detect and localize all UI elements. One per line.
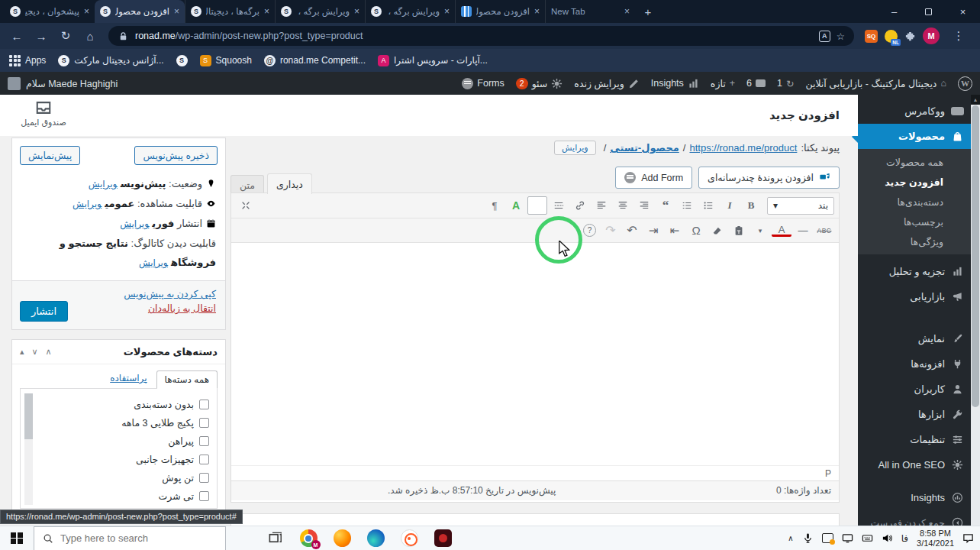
sidebar-item-appearance[interactable]: نمایش [858,326,971,351]
browser-menu-icon[interactable]: ⋮ [948,25,969,47]
analysis-a-button[interactable]: A [506,196,526,215]
tab-most-used[interactable]: پراستفاده [110,373,147,388]
submenu-attributes[interactable]: ویژگی‌ها [858,231,971,251]
tab-close-icon[interactable]: × [444,6,450,17]
sidebar-item-marketing[interactable]: بازاریابی [858,284,971,309]
bookmark-aparat[interactable]: Aآپارات - سرویس اشترا... [378,55,488,66]
category-checkbox[interactable] [199,491,209,501]
forms-menu[interactable]: Forms [462,78,504,89]
forward-button[interactable]: → [31,25,52,47]
tab-close-icon[interactable]: × [264,6,269,17]
tab-text-mode[interactable]: متن [230,175,264,194]
reload-button[interactable]: ↻ [55,25,76,47]
page-scrollbar[interactable]: ▲ [971,95,980,526]
submenu-tags[interactable]: برچسب‌ها [858,212,971,231]
outdent-button[interactable]: ⇤ [665,222,685,240]
notification-app-icon[interactable] [822,533,833,543]
email-inbox-widget[interactable]: صندوق ایمیل [15,99,72,128]
bullet-list-button[interactable] [698,196,718,215]
toggle-down-icon[interactable]: ∨ [32,347,38,357]
site-name-menu[interactable]: ⌂دیجیتال مارکتینگ - بازاریابی آنلاین [805,78,946,89]
sidebar-item-tools[interactable]: ابزارها [858,402,971,427]
sidebar-item-users[interactable]: کاربران [858,377,971,402]
category-item[interactable]: تن پوش [40,468,209,487]
special-character-button[interactable]: Ω [686,222,706,240]
action-center-icon[interactable] [962,532,974,544]
comments-menu[interactable]: 6 [746,78,766,89]
updates-menu[interactable]: ↻1 [777,78,794,89]
browser-tab[interactable]: Sویرایش برگه ، دیج× [365,0,455,23]
edit-visibility-link[interactable]: ویرایش [73,199,102,209]
browser-tab-active[interactable]: Sافزودن محصول جد× [95,0,185,23]
tab-close-icon[interactable]: × [624,6,630,17]
sidebar-item-insights[interactable]: Insights [858,485,971,510]
align-center-button[interactable] [613,196,633,215]
sidebar-item-settings[interactable]: تنظیمات [858,427,971,452]
bookmark-agency[interactable]: Sآژانس دیجیتال مارکت... [58,55,163,66]
paragraph-format-dropdown[interactable]: بند▾ [767,197,834,215]
tab-visual-mode[interactable]: دیداری [267,173,312,194]
home-button[interactable]: ⌂ [79,25,101,47]
task-view-button[interactable] [258,526,292,550]
tray-chevron-icon[interactable]: ∧ [788,534,793,542]
align-left-button[interactable] [592,196,611,215]
sq-extension-icon[interactable]: SQ [865,30,878,43]
recorder-app-icon[interactable] [392,526,426,550]
tab-close-icon[interactable]: × [174,6,179,17]
admin-bar-account[interactable]: سلام Maede Haghighi [0,77,125,90]
microphone-icon[interactable] [802,532,814,544]
category-item[interactable]: تی شرت [40,487,209,505]
bookmark-apps[interactable]: Apps [9,55,46,66]
sidebar-item-woocommerce[interactable]: wooووکامرس [858,99,971,124]
permalink-slug-link[interactable]: محصول-تستی [610,142,679,154]
browser-tab[interactable]: افزودن محصول ج× [455,0,545,23]
redo-button[interactable]: ↷ [601,222,621,240]
tab-close-icon[interactable]: × [84,6,89,17]
chrome-app-icon[interactable]: M [292,526,325,550]
clear-formatting-button[interactable] [708,222,727,240]
category-item[interactable]: پیراهن [40,432,209,450]
maximize-button[interactable] [911,0,946,23]
back-button[interactable]: ← [6,25,27,47]
scrollbar-thumb[interactable] [972,105,979,407]
edit-schedule-link[interactable]: ویرایش [120,218,149,229]
add-media-button[interactable]: افزودن پروندهٔ چندرسانه‌ای [698,167,840,189]
speaker-icon[interactable] [882,532,893,544]
tab-close-icon[interactable]: × [354,6,359,17]
insert-link-button[interactable] [570,196,590,215]
permalink-base-link[interactable]: https://ronad.me/product [689,142,797,154]
paragraph-mark-button[interactable]: ¶ [485,196,505,215]
start-button[interactable] [0,526,34,550]
read-more-button[interactable] [549,196,569,215]
new-content-menu[interactable]: +تازه [711,78,735,89]
close-button[interactable]: × [946,0,980,23]
strikethrough-button[interactable]: ABC [814,222,834,240]
category-checkbox[interactable] [199,418,209,428]
editor-content-area[interactable] [231,243,839,465]
help-button[interactable]: ? [583,224,596,237]
keyboard-icon[interactable] [862,532,873,544]
scrollbar-thumb[interactable] [24,393,33,439]
browser-tab[interactable]: New Tab× [545,0,635,23]
toggle-up-icon[interactable]: ∧ [46,347,52,357]
language-indicator[interactable]: فا [901,533,908,544]
paste-as-text-button[interactable] [729,222,749,240]
nl-extension-icon[interactable]: NL [885,30,898,43]
align-right-button[interactable] [634,196,654,215]
taskbar-clock[interactable]: 8:58 PM 3/14/2021 [917,529,954,548]
sidebar-item-aioseo[interactable]: All in One SEO [858,452,971,477]
translate-icon[interactable]: A [819,31,830,42]
tab-close-icon[interactable]: × [534,6,540,17]
preview-button[interactable]: پیش‌نمایش [20,146,80,165]
text-color-button[interactable]: A [772,224,791,237]
seo-menu[interactable]: سئو2 [516,78,563,89]
bookmark-favicon-only[interactable]: S [176,55,188,66]
wp-logo-menu[interactable]: W [958,76,972,91]
fullscreen-button[interactable] [236,196,256,215]
red-app-icon[interactable] [426,526,459,550]
numbered-list-button[interactable] [677,196,697,215]
save-draft-button[interactable]: ذخیره پیش‌نویس [134,146,218,165]
sidebar-item-plugins[interactable]: افزونه‌ها [858,351,971,377]
submenu-add-new[interactable]: افزودن جدید [858,172,971,192]
minimize-button[interactable]: – [877,0,911,23]
